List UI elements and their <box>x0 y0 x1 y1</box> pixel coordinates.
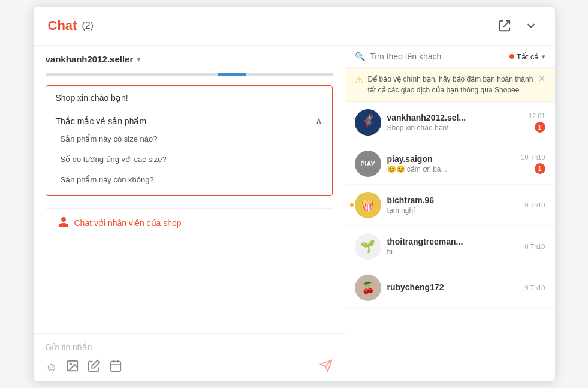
calendar-icon[interactable] <box>109 359 122 375</box>
chat-window: Chat (2) vankhanh2012.seller <box>34 7 555 381</box>
chat-staff-label: Chat với nhân viên của shop <box>74 218 182 228</box>
right-panel: 🔍 Tất cả ▾ ⚠ Để bảo vệ chính bạn, hãy bả… <box>345 46 555 381</box>
filter-dot <box>509 54 514 59</box>
input-placeholder[interactable]: Gửi tin nhắn <box>46 340 333 354</box>
seller-name: vankhanh2012.seller <box>46 54 134 64</box>
left-panel: vankhanh2012.seller ▾ Shop xin chào bạn!… <box>34 46 345 381</box>
section-header[interactable]: Thắc mắc về sản phẩm ∧ <box>56 115 322 127</box>
chat-info-thoitrang: thoitrangtreeman... hi <box>387 237 519 256</box>
quick-replies-section: Thắc mắc về sản phẩm ∧ Sản phẩm này có s… <box>56 110 322 188</box>
chat-meta-vankhanh: 12:01 1 <box>529 112 545 133</box>
staff-icon <box>58 216 70 231</box>
svg-text:🦸: 🦸 <box>360 113 375 128</box>
chat-item-ruby[interactable]: 🍒 rubycheng172 9 Th10 <box>345 267 555 309</box>
chat-meta-piay: 10 Th10 1 <box>521 154 545 174</box>
header-badge: (2) <box>82 20 94 31</box>
filter-arrow-icon: ▾ <box>542 53 545 61</box>
chat-item-vankhanh[interactable]: 🦸 vankhanh2012.sel... Shop xin chào bạn!… <box>345 102 555 143</box>
unread-badge-piay: 1 <box>535 163 545 174</box>
chat-name-thoitrang: thoitrangtreeman... <box>387 237 519 246</box>
chat-area: Shop xin chào bạn! Thắc mắc về sản phẩm … <box>34 76 345 333</box>
section-toggle-icon: ∧ <box>315 115 322 127</box>
chat-meta-bichtram: 9 Th10 <box>524 201 545 209</box>
svg-point-2 <box>70 363 71 365</box>
section-title: Thắc mắc về sản phẩm <box>56 116 147 126</box>
minimize-button[interactable] <box>521 16 541 35</box>
chat-time-ruby: 9 Th10 <box>524 284 545 291</box>
search-input[interactable] <box>370 52 505 61</box>
chat-time-thoitrang: 8 Th10 <box>524 243 545 250</box>
chat-name-bichtram: bichtram.96 <box>387 195 519 205</box>
chat-preview-vankhanh: Shop xin chào bạn! <box>387 124 523 132</box>
chat-info-bichtram: bichtram.96 tạm nghỉ <box>387 195 519 215</box>
header: Chat (2) <box>34 7 555 46</box>
chat-name-ruby: rubycheng172 <box>387 282 519 292</box>
file-icon[interactable] <box>88 359 101 375</box>
section-items: Sản phẩm này có size nào? Số đo tương ứn… <box>56 131 322 188</box>
quick-reply-item-1[interactable]: Số đo tương ứng với các size? <box>56 152 322 167</box>
chat-info-vankhanh: vankhanh2012.sel... Shop xin chào bạn! <box>387 113 523 132</box>
header-actions <box>495 16 541 35</box>
quick-reply-item-0[interactable]: Sản phẩm này có size nào? <box>56 131 322 147</box>
search-bar: 🔍 Tất cả ▾ <box>345 46 555 68</box>
svg-marker-3 <box>92 360 99 368</box>
chat-time-bichtram: 9 Th10 <box>524 201 545 209</box>
filter-label[interactable]: Tất cả ▾ <box>509 52 545 61</box>
filter-text: Tất cả <box>517 52 539 61</box>
pinned-dot-bichtram <box>350 203 354 207</box>
quick-replies-box: Shop xin chào bạn! Thắc mắc về sản phẩm … <box>46 85 333 196</box>
chat-list: 🦸 vankhanh2012.sel... Shop xin chào bạn!… <box>345 102 555 381</box>
chat-staff-button[interactable]: Chat với nhân viên của shop <box>46 208 333 238</box>
chat-preview-bichtram: tạm nghỉ <box>387 206 519 215</box>
header-title: Chat <box>48 18 77 34</box>
seller-dropdown-icon[interactable]: ▾ <box>137 55 141 64</box>
image-icon[interactable] <box>66 359 79 375</box>
svg-line-0 <box>503 21 509 27</box>
chat-name-vankhanh: vankhanh2012.sel... <box>387 113 523 122</box>
chat-meta-thoitrang: 8 Th10 <box>524 243 545 250</box>
chat-item-piay[interactable]: PIAY piay.saigon 😊😊 cảm ơn ba... 10 Th10… <box>345 143 555 185</box>
chat-item-bichtram[interactable]: 🍿 bichtram.96 tạm nghỉ 9 Th10 <box>345 185 555 226</box>
avatar-vankhanh: 🦸 <box>355 109 381 136</box>
avatar-bichtram: 🍿 <box>355 192 381 218</box>
chat-time-vankhanh: 12:01 <box>529 112 545 119</box>
unread-badge-vankhanh: 1 <box>535 122 545 133</box>
header-left: Chat (2) <box>48 18 94 34</box>
avatar-ruby: 🍒 <box>355 275 381 301</box>
chat-preview-thoitrang: hi <box>387 248 519 256</box>
search-icon: 🔍 <box>355 52 365 61</box>
external-link-button[interactable] <box>495 16 514 35</box>
chat-item-thoitrang[interactable]: 🌱 thoitrangtreeman... hi 8 Th10 <box>345 226 555 267</box>
chat-info-piay: piay.saigon 😊😊 cảm ơn ba... <box>387 154 515 173</box>
warning-text: Để bảo vệ chính bạn, hãy bảo đảm bạn hoà… <box>368 74 533 95</box>
input-toolbar: ☺ <box>46 359 333 375</box>
greeting-text: Shop xin chào bạn! <box>56 93 322 103</box>
warning-banner: ⚠ Để bảo vệ chính bạn, hãy bảo đảm bạn h… <box>345 68 555 102</box>
input-area: Gửi tin nhắn ☺ <box>34 333 345 381</box>
send-button[interactable] <box>319 359 333 375</box>
chat-meta-ruby: 9 Th10 <box>524 284 545 291</box>
avatar-piay: PIAY <box>355 151 381 177</box>
chat-preview-piay: 😊😊 cảm ơn ba... <box>387 165 515 173</box>
warning-close-button[interactable]: ✕ <box>538 74 545 95</box>
seller-bar: vankhanh2012.seller ▾ <box>34 46 345 73</box>
chat-name-piay: piay.saigon <box>387 154 515 164</box>
avatar-thoitrang: 🌱 <box>355 233 381 260</box>
emoji-icon[interactable]: ☺ <box>46 360 58 374</box>
chat-info-ruby: rubycheng172 <box>387 282 519 293</box>
quick-reply-item-2[interactable]: Sản phẩm này còn không? <box>56 172 322 188</box>
warning-icon: ⚠ <box>355 74 363 95</box>
main-layout: vankhanh2012.seller ▾ Shop xin chào bạn!… <box>34 46 555 381</box>
chat-time-piay: 10 Th10 <box>521 154 545 161</box>
svg-rect-4 <box>111 362 121 372</box>
